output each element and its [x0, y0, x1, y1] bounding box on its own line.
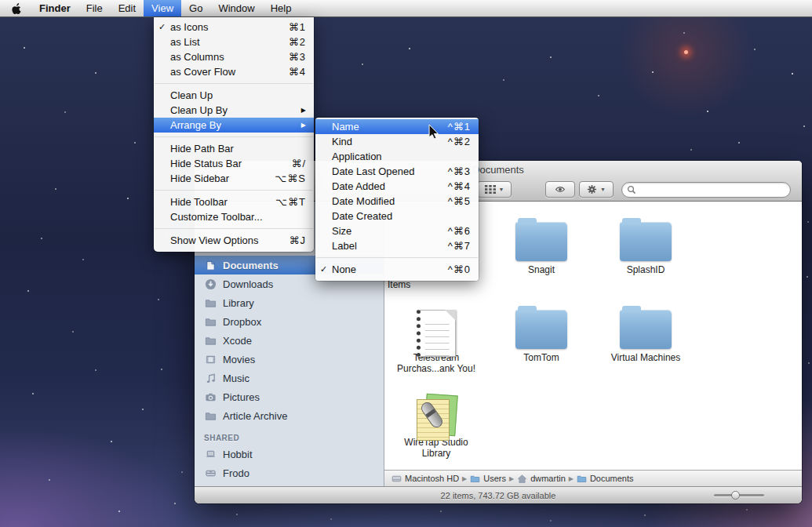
quick-look-button[interactable] — [545, 181, 575, 198]
submenu-item-date-added[interactable]: Date Added ^⌘4 — [315, 179, 479, 194]
submenu-item-name[interactable]: Name ^⌘1 — [315, 119, 479, 134]
folder-icon — [515, 222, 567, 261]
sidebar-item-article-archive[interactable]: Article Archive — [195, 406, 384, 425]
sidebar-item-xcode[interactable]: Xcode — [195, 331, 384, 350]
sidebar-item-library[interactable]: Library — [195, 293, 384, 312]
menu-item-as-list[interactable]: as List ⌘2 — [154, 35, 314, 49]
submenu-item-kind[interactable]: Kind ^⌘2 — [315, 134, 479, 149]
arrange-by-submenu: Name ^⌘1 Kind ^⌘2 Application Date Last … — [315, 118, 479, 281]
menu-item-customize-toolbar[interactable]: Customize Toolbar... — [154, 209, 314, 224]
menu-item-show-view-options[interactable]: Show View Options ⌘J — [154, 233, 314, 248]
path-segment-dwmartin[interactable]: dwmartin — [517, 474, 566, 484]
file-item-telestream[interactable]: Telestream Purchas...ank You! — [388, 303, 485, 374]
sidebar-label: Xcode — [223, 335, 252, 347]
file-item-splashid[interactable]: SplashID — [597, 216, 694, 275]
path-segment-macintosh-hd[interactable]: Macintosh HD — [391, 474, 459, 484]
menu-item-clean-up[interactable]: Clean Up — [154, 88, 314, 103]
gear-icon — [587, 184, 597, 194]
sidebar-item-frodo[interactable]: Frodo — [195, 463, 384, 482]
sidebar-item-pictures[interactable]: Pictures — [195, 387, 384, 406]
sidebar-label: Documents — [223, 260, 279, 271]
menu-separator — [316, 257, 478, 258]
menu-item-as-icons[interactable]: ✓ as Icons ⌘1 — [154, 20, 314, 35]
sidebar-label: Article Archive — [223, 410, 287, 422]
chevron-down-icon: ▼ — [600, 187, 606, 192]
sidebar-label: Hobbit — [223, 449, 253, 460]
camera-icon — [204, 391, 217, 404]
submenu-item-none[interactable]: ✓ None ^⌘0 — [315, 262, 479, 277]
path-bar: Macintosh HD ▶ Users ▶ dwmartin ▶ Docume… — [384, 470, 802, 486]
menubar-item-file[interactable]: File — [78, 0, 111, 16]
file-item-tomtom[interactable]: TomTom — [493, 303, 590, 363]
path-separator-icon: ▶ — [509, 475, 514, 482]
zoom-slider[interactable] — [714, 494, 764, 496]
arrange-button[interactable]: ▼ — [477, 181, 512, 198]
server-icon — [204, 467, 217, 480]
disk-icon — [391, 474, 402, 484]
submenu-item-application[interactable]: Application — [315, 149, 479, 164]
sidebar-label: Downloads — [223, 278, 273, 290]
file-label: Purchas...ank You! — [388, 363, 485, 374]
file-label: Snagit — [493, 264, 590, 275]
menubar-item-help[interactable]: Help — [263, 0, 300, 16]
menu-separator — [155, 83, 313, 84]
sidebar-item-hobbit[interactable]: Hobbit — [195, 445, 384, 463]
status-text: 22 items, 743.72 GB available — [441, 491, 556, 500]
submenu-item-label[interactable]: Label ^⌘7 — [315, 238, 479, 253]
menubar-item-view[interactable]: View — [144, 0, 181, 16]
sidebar-label: Library — [223, 297, 254, 309]
path-segment-documents[interactable]: Documents — [577, 474, 634, 484]
menu-item-hide-status-bar[interactable]: Hide Status Bar ⌘/ — [154, 156, 314, 171]
submenu-item-size[interactable]: Size ^⌘6 — [315, 224, 479, 238]
menu-item-clean-up-by[interactable]: Clean Up By ▶ — [154, 103, 314, 118]
menu-item-hide-sidebar[interactable]: Hide Sidebar ⌥⌘S — [154, 171, 314, 186]
sidebar-section-shared: SHARED — [195, 431, 384, 445]
eye-icon — [554, 185, 566, 194]
menu-item-hide-toolbar[interactable]: Hide Toolbar ⌥⌘T — [154, 194, 314, 209]
path-separator-icon: ▶ — [569, 475, 573, 482]
folder-icon — [204, 409, 217, 423]
submenu-item-date-created[interactable]: Date Created — [315, 209, 479, 224]
zoom-slider-knob[interactable] — [731, 491, 740, 500]
submenu-arrow-icon: ▶ — [298, 107, 306, 114]
submenu-item-date-modified[interactable]: Date Modified ^⌘5 — [315, 194, 479, 209]
file-item-virtual-machines[interactable]: Virtual Machines — [597, 303, 694, 363]
submenu-item-date-last-opened[interactable]: Date Last Opened ^⌘3 — [315, 164, 479, 179]
sidebar-item-dropbox[interactable]: Dropbox — [195, 312, 384, 331]
menu-item-hide-path-bar[interactable]: Hide Path Bar — [154, 141, 314, 156]
menubar-item-window[interactable]: Window — [210, 0, 262, 16]
movies-icon — [204, 353, 217, 366]
wiretap-document-icon — [413, 394, 459, 442]
file-item-wiretap[interactable]: WireTap Studio Library — [388, 388, 485, 459]
action-button[interactable]: ▼ — [579, 181, 614, 198]
sidebar-item-movies[interactable]: Movies — [195, 350, 384, 369]
search-input[interactable] — [636, 184, 785, 195]
document-icon — [204, 259, 217, 272]
menubar-item-edit[interactable]: Edit — [111, 0, 144, 16]
menu-item-as-columns[interactable]: as Columns ⌘3 — [154, 49, 314, 64]
sidebar-item-music[interactable]: Music — [195, 369, 384, 387]
path-separator-icon: ▶ — [462, 475, 467, 482]
checkmark-icon: ✓ — [315, 264, 332, 274]
file-item-snagit[interactable]: Snagit — [493, 216, 590, 275]
menu-separator — [155, 190, 313, 191]
partially-hidden-item-label[interactable]: Items — [388, 279, 485, 290]
grid-icon — [485, 185, 496, 194]
sidebar-label: Dropbox — [223, 316, 261, 328]
menubar-item-finder[interactable]: Finder — [31, 0, 78, 16]
search-field[interactable] — [621, 182, 791, 198]
mouse-cursor — [428, 124, 439, 139]
submenu-arrow-icon: ▶ — [298, 122, 306, 129]
menubar-item-go[interactable]: Go — [181, 0, 210, 16]
folder-icon — [620, 222, 672, 261]
menu-separator — [155, 136, 313, 137]
sidebar-label: Movies — [223, 354, 255, 365]
checkmark-icon: ✓ — [154, 22, 170, 32]
path-segment-users[interactable]: Users — [470, 474, 506, 484]
apple-menu[interactable] — [0, 0, 31, 16]
menu-item-arrange-by[interactable]: Arrange By ▶ — [154, 118, 314, 133]
file-label: SplashID — [597, 264, 694, 275]
red-star — [684, 50, 688, 54]
folder-icon — [515, 310, 567, 349]
menu-item-as-cover-flow[interactable]: as Cover Flow ⌘4 — [154, 64, 314, 79]
